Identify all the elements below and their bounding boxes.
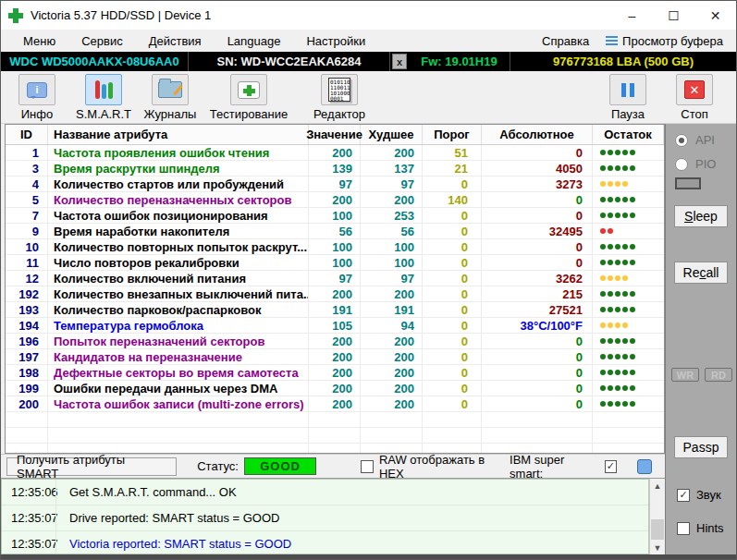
editor-button[interactable]: 010110 110011 101000 0001 Редактор: [297, 74, 382, 121]
table-row[interactable]: 5Количество переназначенных секторов2002…: [6, 192, 664, 208]
test-button[interactable]: Тестирование: [206, 74, 291, 121]
get-smart-attributes-button[interactable]: Получить атрибуты SMART: [6, 457, 177, 476]
attr-id: 10: [6, 239, 48, 255]
hints-option[interactable]: Hints: [677, 521, 724, 535]
raw-hex-label: RAW отображать в HEX: [379, 453, 510, 481]
health-dot: [615, 165, 620, 171]
drive-close-button[interactable]: x: [392, 54, 407, 69]
pio-radio-circle[interactable]: [675, 158, 688, 171]
header-threshold[interactable]: Порог: [423, 125, 482, 144]
table-row[interactable]: 7Частота ошибок позиционирования10025300: [6, 208, 664, 224]
scrollbar-thumb[interactable]: [651, 519, 664, 540]
menu-language[interactable]: Language: [215, 30, 294, 52]
wr-button[interactable]: WR: [671, 368, 699, 382]
health-dot: [622, 385, 628, 391]
health-dot: [608, 213, 613, 218]
health-dot: [630, 165, 635, 171]
table-row[interactable]: 11Число повторов рекалибровки10010000: [6, 255, 664, 271]
recall-button[interactable]: Recall: [674, 262, 728, 284]
rd-button[interactable]: RD: [705, 368, 732, 382]
ibm-smart-checkbox[interactable]: ✓: [605, 460, 618, 473]
table-row[interactable]: 9Время наработки накопителя5656032495: [6, 224, 664, 239]
minimize-button[interactable]: –: [611, 1, 653, 30]
api-radio-circle[interactable]: [675, 134, 688, 147]
log-entry: 12:35:07Drive reported: SMART status = G…: [2, 505, 648, 531]
health-dot: [600, 260, 606, 265]
table-row[interactable]: 192Количество внезапных выключений пита.…: [6, 286, 664, 302]
attr-value: 100: [309, 239, 361, 255]
scroll-down-icon[interactable]: ▼: [650, 541, 665, 554]
attr-id: 9: [6, 224, 48, 239]
attr-name: Количество внезапных выключений пита...: [48, 286, 309, 302]
menu-actions[interactable]: Действия: [136, 30, 215, 52]
logs-button[interactable]: Журналы: [140, 74, 201, 121]
stop-button[interactable]: ✕ Стоп: [664, 74, 725, 121]
attr-value: 139: [309, 161, 361, 177]
hints-checkbox[interactable]: [677, 522, 690, 535]
sleep-button[interactable]: Sleep: [674, 205, 728, 227]
table-row[interactable]: 198Дефектные секторы во время самотеста2…: [6, 365, 664, 381]
logs-label: Журналы: [144, 107, 197, 121]
window-title: Victoria 5.37 HDD/SSD | Device 1: [31, 8, 211, 22]
info-button[interactable]: i Инфо: [6, 74, 68, 121]
table-row[interactable]: 197Кандидатов на переназначение20020000: [6, 349, 664, 365]
pause-button[interactable]: Пауза: [597, 74, 658, 121]
health-dot: [600, 213, 606, 218]
header-worst[interactable]: Худшее: [361, 125, 423, 144]
table-row[interactable]: 12Количество включений питания979703262: [6, 271, 664, 286]
smart-label: S.M.A.R.T: [76, 107, 131, 121]
table-row[interactable]: 1Частота проявления ошибок чтения2002005…: [6, 145, 664, 161]
health-dot: [630, 291, 635, 297]
table-row[interactable]: 3Время раскрутки шпинделя139137214050: [6, 161, 664, 177]
header-id[interactable]: ID: [6, 125, 48, 144]
drive-model[interactable]: WDC WD5000AAKX-08U6AA0: [1, 52, 189, 71]
attr-value: 100: [309, 208, 361, 224]
passp-button[interactable]: Passp: [674, 436, 728, 458]
sound-option[interactable]: ✓ Звук: [677, 488, 721, 502]
drive-serial: SN: WD-WCC2EAKA6284: [189, 52, 390, 71]
scroll-up-icon[interactable]: ▲: [650, 479, 665, 493]
health-dot: [600, 228, 606, 234]
api-radio[interactable]: API: [675, 133, 715, 147]
empty-cell: [361, 428, 423, 444]
attr-health-dots: [593, 145, 664, 161]
header-absolute[interactable]: Абсолютное: [482, 125, 593, 144]
close-button[interactable]: ✕: [694, 1, 736, 30]
color-indicator-swatch[interactable]: [637, 459, 652, 474]
table-row[interactable]: 10Количество повторных попыток раскрут..…: [6, 239, 664, 255]
ibm-smart-option[interactable]: IBM super smart: ✓: [510, 453, 617, 481]
table-row[interactable]: 193Количество парковок/распарковок191191…: [6, 302, 664, 318]
attr-threshold: 140: [423, 192, 482, 208]
smart-table-body: 1Частота проявления ошибок чтения2002005…: [6, 145, 664, 454]
header-value[interactable]: Значение: [309, 125, 361, 144]
health-dot: [615, 150, 620, 155]
menu-service[interactable]: Сервис: [68, 30, 136, 52]
menu-help[interactable]: Справка: [529, 30, 602, 52]
sound-checkbox[interactable]: ✓: [677, 489, 690, 502]
attr-threshold: 0: [423, 334, 482, 349]
raw-hex-checkbox[interactable]: [361, 460, 374, 473]
smart-button[interactable]: S.M.A.R.T: [73, 74, 134, 121]
header-attribute-name[interactable]: Название атрибута: [48, 125, 309, 144]
table-row[interactable]: 4Количество стартов или пробуждений97970…: [6, 177, 664, 192]
raw-hex-option[interactable]: RAW отображать в HEX: [361, 453, 510, 481]
health-dot: [622, 401, 628, 407]
table-row[interactable]: 200Частота ошибок записи (multi-zone err…: [6, 396, 664, 412]
table-row[interactable]: 199Ошибки передачи данных через DMA20020…: [6, 381, 664, 396]
menu-main[interactable]: Меню: [10, 30, 68, 52]
scrollbar-track[interactable]: [650, 493, 665, 541]
buffer-view-button[interactable]: Просмотр буфера: [602, 34, 727, 48]
log-scrollbar[interactable]: ▲ ▼: [649, 479, 665, 554]
pio-radio[interactable]: PIO: [675, 157, 716, 171]
menu-settings[interactable]: Настройки: [293, 30, 378, 52]
table-row[interactable]: 194Температура гермоблока10594038°C/100°…: [6, 318, 664, 334]
stop-label: Стоп: [681, 107, 707, 121]
attr-id: 200: [6, 396, 48, 412]
header-health[interactable]: Остаток: [593, 125, 664, 144]
attr-name: Количество стартов или пробуждений: [48, 177, 309, 192]
attr-raw: 0: [482, 145, 593, 161]
hints-label: Hints: [696, 521, 724, 535]
attr-value: 200: [309, 365, 361, 381]
table-row[interactable]: 196Попыток переназначений секторов200200…: [6, 334, 664, 349]
maximize-button[interactable]: ☐: [653, 1, 694, 30]
